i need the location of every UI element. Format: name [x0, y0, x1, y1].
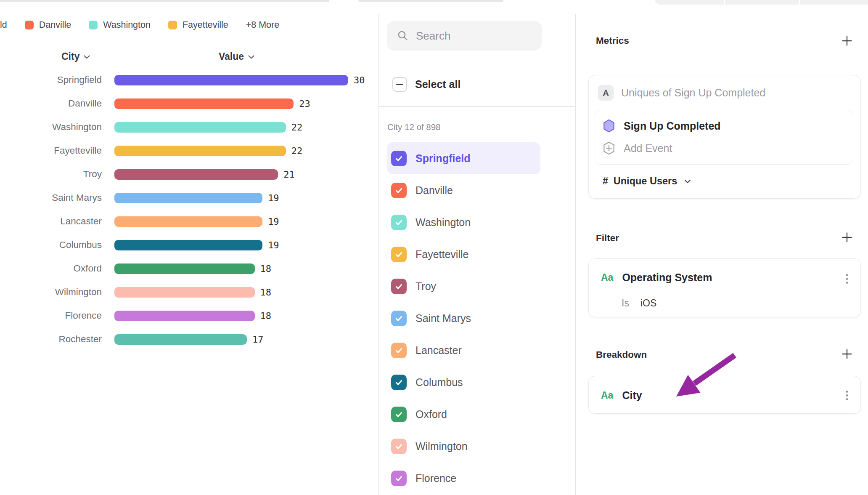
breakdown-card: Aa City: [588, 376, 861, 414]
bar-value: 30: [354, 75, 365, 85]
legend-item[interactable]: Fayetteville: [168, 20, 228, 30]
legend-item-label: +8 More: [246, 20, 279, 30]
city-item-label: Lancaster: [415, 344, 462, 357]
text-type-badge: Aa: [601, 390, 613, 401]
city-checkbox[interactable]: [391, 311, 407, 326]
check-icon: [394, 410, 403, 419]
bar[interactable]: [114, 334, 247, 345]
select-all-label: Select all: [415, 78, 460, 90]
aggregation-dropdown[interactable]: # Unique Users: [603, 176, 691, 187]
city-item-label: Oxford: [415, 408, 447, 420]
city-list-item[interactable]: Wilmington: [387, 430, 540, 462]
city-checkbox[interactable]: [391, 183, 407, 198]
search-icon: [397, 30, 409, 42]
legend-item[interactable]: Danville: [25, 20, 71, 30]
city-checkbox[interactable]: [391, 343, 407, 358]
legend-item-label: ld: [0, 20, 7, 30]
sort-header-city[interactable]: City: [61, 50, 90, 63]
bar-value: 17: [252, 334, 264, 345]
bar-label: Wilmington: [0, 287, 114, 298]
city-item-label: Columbus: [415, 376, 463, 389]
bar[interactable]: [114, 311, 255, 321]
bar[interactable]: [114, 216, 262, 227]
add-metric-button[interactable]: [841, 35, 853, 47]
legend-item[interactable]: ld: [0, 20, 7, 30]
check-icon: [394, 250, 403, 259]
city-list-item[interactable]: Lancaster: [387, 334, 540, 366]
breakdown-property-row[interactable]: Aa City: [601, 388, 642, 402]
chart-row: Saint Marys 19: [0, 186, 378, 210]
legend-swatch-icon: [168, 21, 177, 29]
bar-value: 19: [268, 216, 279, 227]
bar[interactable]: [114, 169, 278, 180]
city-list-item[interactable]: Columbus: [387, 366, 540, 398]
city-checkbox[interactable]: [391, 407, 407, 422]
city-item-label: Springfield: [415, 152, 471, 165]
check-icon: [394, 474, 403, 483]
city-list-item[interactable]: Danville: [387, 174, 540, 206]
chart-legend: ld Danville Washington Fayetteville +8 M…: [0, 20, 279, 30]
city-checkbox[interactable]: [391, 247, 407, 262]
chart-row: Wilmington 18: [0, 280, 378, 304]
legend-item-label: Danville: [39, 20, 71, 30]
list-count-label: City 12 of 898: [387, 122, 441, 132]
filter-property-row[interactable]: Aa Operating System: [601, 270, 712, 285]
bar[interactable]: [114, 75, 348, 85]
select-all-checkbox[interactable]: [392, 77, 407, 92]
bar-label: Oxford: [0, 263, 114, 274]
add-event-label: Add Event: [624, 142, 672, 154]
city-list-item[interactable]: Troy: [387, 270, 540, 302]
segmented-tabs-remnant: [655, 0, 868, 5]
legend-item[interactable]: +8 More: [246, 20, 279, 30]
bar-value: 18: [260, 287, 272, 298]
city-list-item[interactable]: Florence: [387, 462, 540, 494]
hexagon-plus-icon: [603, 141, 615, 155]
bar[interactable]: [114, 122, 286, 133]
city-checkbox[interactable]: [391, 439, 407, 454]
add-event-row[interactable]: Add Event: [603, 138, 672, 158]
chevron-down-icon: [84, 55, 90, 59]
chart-row: Lancaster 19: [0, 210, 378, 233]
event-row[interactable]: Sign Up Completed: [603, 116, 721, 136]
check-icon: [394, 218, 403, 227]
city-list-item[interactable]: Oxford: [387, 398, 540, 430]
bar[interactable]: [114, 98, 294, 109]
search-input[interactable]: [416, 29, 533, 43]
city-item-label: Wilmington: [415, 440, 468, 452]
bar[interactable]: [114, 240, 262, 250]
breakdown-report-screen: ld Danville Washington Fayetteville +8 M…: [0, 0, 868, 495]
bar[interactable]: [114, 193, 262, 203]
bar-value: 21: [283, 169, 295, 180]
city-checkbox[interactable]: [391, 151, 407, 166]
add-filter-button[interactable]: [841, 232, 853, 243]
bar[interactable]: [114, 287, 255, 298]
more-options-button[interactable]: [844, 389, 850, 402]
bar[interactable]: [114, 263, 255, 274]
city-list-item[interactable]: Saint Marys: [387, 302, 540, 334]
city-list-item[interactable]: Springfield: [387, 142, 540, 174]
legend-item[interactable]: Washington: [89, 20, 151, 30]
city-list-item[interactable]: Washington: [387, 206, 540, 238]
bar-label: Fayetteville: [0, 145, 114, 156]
more-options-button[interactable]: [844, 272, 850, 285]
add-breakdown-button[interactable]: [841, 348, 853, 360]
chart-row: Rochester 17: [0, 327, 378, 351]
city-checkbox[interactable]: [391, 471, 407, 486]
bar-value: 18: [260, 263, 272, 274]
city-item-label: Saint Marys: [415, 312, 471, 325]
city-item-label: Danville: [415, 184, 453, 197]
city-checkbox[interactable]: [391, 215, 407, 230]
panel-divider: [378, 14, 379, 495]
chevron-down-icon: [684, 179, 691, 184]
bar-value: 22: [291, 146, 303, 156]
sort-header-value[interactable]: Value: [219, 50, 254, 63]
filter-operator-row[interactable]: Is iOS: [622, 298, 656, 309]
city-checkbox[interactable]: [391, 375, 407, 390]
select-all-row[interactable]: Select all: [392, 77, 460, 92]
check-icon: [394, 282, 403, 291]
bar-value: 18: [260, 311, 272, 321]
city-checkbox[interactable]: [391, 279, 407, 294]
bar[interactable]: [114, 146, 286, 156]
city-list-item[interactable]: Fayetteville: [387, 238, 540, 270]
list-divider: [379, 106, 575, 107]
